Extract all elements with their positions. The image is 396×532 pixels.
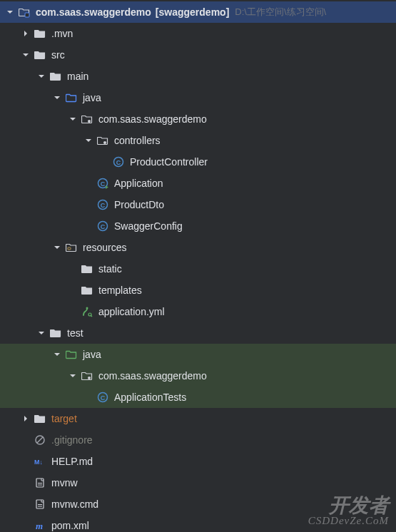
tree-row[interactable]: java [0, 344, 396, 365]
tree-row[interactable]: mpom.xml [0, 515, 396, 532]
tree-item-label: test [67, 327, 83, 339]
tree-row[interactable]: CApplicationTests [0, 387, 396, 408]
chevron-down-icon[interactable] [4, 6, 16, 18]
project-tree[interactable]: com.saas.swaggerdemo[swaggerdemo]D:\工作空间… [0, 0, 396, 532]
java-class-icon: C [96, 198, 110, 212]
arrow-placeholder [83, 199, 94, 210]
tree-row[interactable]: com.saas.swaggerdemo[swaggerdemo]D:\工作空间… [0, 1, 396, 23]
chevron-down-icon[interactable] [51, 349, 63, 360]
java-class-runnable-icon: C [96, 176, 110, 190]
chevron-down-icon[interactable] [67, 370, 78, 382]
tree-row[interactable]: test [0, 322, 396, 344]
tree-row[interactable]: mvnw.cmd [0, 493, 396, 515]
chevron-right-icon[interactable] [20, 28, 31, 39]
root-path: D:\工作空间\练习空间\ [235, 6, 326, 19]
tree-item-label: .mvn [51, 28, 73, 39]
file-icon [33, 476, 47, 490]
module-icon [17, 5, 31, 19]
chevron-down-icon[interactable] [67, 113, 78, 125]
tree-row[interactable]: .mvn [0, 23, 396, 44]
chevron-down-icon[interactable] [36, 327, 47, 339]
svg-point-1 [88, 120, 91, 123]
svg-rect-12 [68, 247, 71, 250]
tree-row[interactable]: CProductDto [0, 194, 396, 215]
svg-point-13 [86, 307, 88, 310]
tree-item-label: ProductController [130, 156, 208, 168]
svg-text:M↓: M↓ [34, 459, 43, 466]
folder-icon [33, 26, 47, 41]
svg-line-19 [37, 437, 43, 443]
arrow-placeholder [67, 306, 78, 317]
tree-row[interactable]: java [0, 87, 396, 108]
tree-row[interactable]: com.saas.swaggerdemo [0, 108, 396, 130]
tree-row[interactable]: CSwaggerConfig [0, 215, 396, 237]
java-class-icon: C [96, 219, 110, 233]
tree-row[interactable]: static [0, 258, 396, 280]
tree-row[interactable]: templates [0, 280, 396, 301]
svg-text:m: m [36, 521, 43, 531]
maven-file-icon: m [33, 518, 47, 532]
arrow-placeholder [67, 263, 78, 275]
chevron-down-icon[interactable] [83, 135, 94, 146]
resources-folder-icon [64, 240, 78, 255]
tree-item-label: HELP.md [51, 456, 93, 467]
test-folder-icon [64, 347, 78, 362]
arrow-placeholder [83, 392, 94, 403]
tree-row[interactable]: src [0, 44, 396, 66]
tree-item-label: java [83, 92, 101, 103]
tree-item-label: target [51, 413, 77, 424]
tree-row[interactable]: CApplication [0, 173, 396, 194]
svg-text:C: C [116, 159, 121, 166]
tree-row[interactable]: controllers [0, 130, 396, 151]
arrow-placeholder [83, 220, 94, 232]
tree-item-label: mvnw [51, 477, 78, 488]
tree-item-label: controllers [114, 135, 161, 146]
tree-row[interactable]: mvnw [0, 472, 396, 493]
tree-item-label: pom.xml [51, 520, 89, 531]
chevron-down-icon[interactable] [36, 71, 47, 82]
arrow-placeholder [20, 520, 31, 531]
arrow-placeholder [20, 477, 31, 488]
svg-text:C: C [101, 223, 106, 230]
tree-row[interactable]: resources [0, 237, 396, 258]
folder-icon [80, 283, 94, 297]
gitignore-icon [33, 433, 47, 447]
tree-item-label: resources [83, 242, 126, 253]
tree-item-label: mvnw.cmd [51, 498, 98, 510]
folder-icon [49, 69, 63, 83]
tree-row[interactable]: .gitignore [0, 429, 396, 451]
tree-item-label: templates [98, 285, 142, 296]
java-class-icon: C [96, 390, 110, 404]
tree-item-label: com.saas.swaggerdemo [36, 6, 151, 18]
tree-row[interactable]: target [0, 408, 396, 429]
arrow-placeholder [20, 498, 31, 510]
arrow-placeholder [67, 285, 78, 296]
tree-row[interactable]: application.yml [0, 301, 396, 322]
svg-text:C: C [101, 180, 106, 188]
tree-item-suffix: [swaggerdemo] [156, 6, 229, 18]
chevron-down-icon[interactable] [51, 242, 63, 253]
tree-item-label: src [51, 49, 65, 61]
yaml-file-icon [80, 305, 94, 319]
tree-item-label: Application [114, 178, 163, 189]
chevron-down-icon[interactable] [51, 92, 63, 103]
folder-icon [33, 411, 47, 426]
tree-row[interactable]: com.saas.swaggerdemo [0, 365, 396, 387]
package-icon [80, 112, 94, 126]
arrow-placeholder [20, 434, 31, 446]
folder-icon [49, 326, 63, 340]
tree-item-label: main [67, 71, 88, 82]
svg-text:C: C [101, 202, 106, 209]
arrow-placeholder [20, 456, 31, 467]
tree-row[interactable]: CProductController [0, 151, 396, 173]
tree-row[interactable]: main [0, 66, 396, 87]
svg-text:C: C [101, 394, 106, 401]
tree-item-label: .gitignore [51, 434, 93, 446]
chevron-down-icon[interactable] [20, 49, 31, 61]
package-icon [96, 133, 110, 148]
java-class-icon: C [111, 155, 126, 169]
tree-item-label: ProductDto [114, 199, 164, 210]
chevron-right-icon[interactable] [20, 413, 31, 424]
tree-row[interactable]: M↓HELP.md [0, 451, 396, 472]
folder-icon [33, 48, 47, 62]
